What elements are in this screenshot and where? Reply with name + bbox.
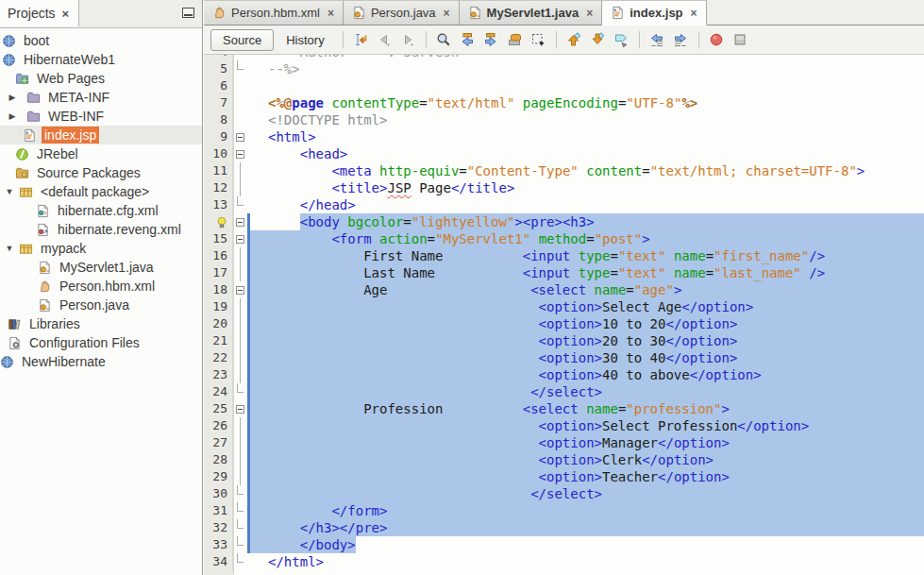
tree-item-mypack[interactable]: ▼mypack: [0, 239, 202, 258]
code-line-17[interactable]: 17 Last Name <input type="text" name="la…: [204, 264, 924, 281]
tree-item-newhibernate[interactable]: NewHibernate: [0, 352, 202, 371]
tree-item-label: Web Pages: [34, 70, 108, 87]
toolbar-separator: [639, 31, 640, 48]
expand-arrow-icon[interactable]: ▼: [5, 187, 14, 196]
start-macro-recording-button[interactable]: [705, 28, 729, 51]
toggle-bookmark-button[interactable]: [610, 28, 633, 51]
code-editor[interactable]: 4 Author : Sarvesh5--%>67<%@page content…: [204, 55, 924, 575]
shift-line-left-button[interactable]: [646, 28, 669, 51]
tree-item-myservlet1-java[interactable]: MyServlet1.java: [0, 258, 202, 277]
tree-item-jrebel[interactable]: JRebel: [0, 144, 202, 163]
code-line-27[interactable]: 27 <option>Manager</option>: [204, 434, 924, 451]
code-line-text: </form>: [247, 502, 924, 519]
code-line-18[interactable]: 18 Age <select name="age">: [204, 281, 924, 298]
tree-item-person-hbm-xml[interactable]: Person.hbm.xml: [0, 277, 202, 296]
code-line-32[interactable]: 32 </h3></pre>: [204, 519, 924, 536]
code-line-20[interactable]: 20 <option>10 to 20</option>: [204, 315, 924, 332]
shift-line-right-button[interactable]: [669, 28, 693, 51]
close-icon[interactable]: ×: [444, 7, 450, 20]
last-edit-location-button[interactable]: [349, 28, 373, 51]
tree-item-person-java[interactable]: Person.java: [0, 296, 202, 314]
tree-item-source-packages[interactable]: Source Packages: [0, 163, 202, 182]
java-file-icon: [38, 298, 52, 313]
close-icon[interactable]: ×: [328, 7, 334, 20]
tree-item-web-inf[interactable]: ▶WEB-INF: [0, 107, 202, 126]
tab-projects[interactable]: Projects ×: [0, 0, 79, 26]
tab-myservlet1-java[interactable]: MyServlet1.java×: [460, 0, 603, 25]
expand-arrow-icon[interactable]: ▶: [8, 93, 17, 102]
fold-marker[interactable]: [233, 213, 247, 230]
code-line-29[interactable]: 29 <option>Teacher</option>: [204, 468, 924, 485]
hint-bulb-icon[interactable]: [204, 213, 233, 230]
hand-file-icon: [212, 6, 227, 20]
code-line-14[interactable]: <body bgcolor="lightyellow"><pre><h3>: [204, 213, 924, 230]
tree-item-meta-inf[interactable]: ▶META-INF: [0, 88, 202, 107]
close-icon[interactable]: ×: [586, 7, 593, 20]
fold-marker[interactable]: [233, 281, 247, 298]
toggle-highlight-button[interactable]: [503, 28, 527, 51]
config-files-icon: [8, 336, 22, 350]
code-line-6[interactable]: 6: [204, 77, 924, 94]
fold-marker[interactable]: [233, 230, 247, 247]
code-line-text: <!DOCTYPE html>: [247, 111, 924, 128]
back-button[interactable]: [373, 28, 396, 51]
code-line-7[interactable]: 7<%@page contentType="text/html" pageEnc…: [204, 94, 924, 111]
tree-item-default-package[interactable]: ▼<default package>: [0, 182, 202, 201]
rectangular-selection-button[interactable]: [527, 28, 550, 51]
tree-item-hibernate-cfg-xml[interactable]: hibernate.cfg.xml: [0, 201, 202, 220]
code-line-26[interactable]: 26 <option>Select Profession</option>: [204, 417, 924, 434]
code-line-34[interactable]: 34</html>: [204, 553, 924, 570]
tree-item-web-pages[interactable]: Web Pages: [0, 69, 202, 88]
code-line-19[interactable]: 19 <option>Select Age</option>: [204, 298, 924, 315]
code-line-10[interactable]: 10 <head>: [204, 145, 924, 162]
code-line-text: <body bgcolor="lightyellow"><pre><h3>: [247, 213, 924, 230]
close-icon[interactable]: ×: [62, 7, 70, 21]
code-line-5[interactable]: 5--%>: [204, 60, 924, 77]
tab-index-jsp[interactable]: index.jsp×: [602, 0, 706, 25]
code-line-15[interactable]: 15 <form action="MyServlet1" method="pos…: [204, 230, 924, 247]
tab-person-java[interactable]: Person.java×: [344, 0, 460, 25]
close-icon[interactable]: ×: [691, 7, 697, 20]
tree-item-libraries[interactable]: Libraries: [0, 314, 202, 333]
expand-arrow-icon[interactable]: ▼: [5, 244, 14, 253]
line-number: 28: [204, 451, 233, 468]
tree-item-label: HibernateWeb1: [21, 51, 118, 68]
tree-item-configuration-files[interactable]: Configuration Files: [0, 333, 202, 352]
forward-button[interactable]: [396, 28, 420, 51]
fold-marker[interactable]: [233, 400, 247, 417]
code-line-text: </html>: [247, 553, 924, 570]
code-line-8[interactable]: 8<!DOCTYPE html>: [204, 111, 924, 128]
code-line-22[interactable]: 22 <option>30 to 40</option>: [204, 349, 924, 366]
tree-item-hibernate-reveng-xml[interactable]: hibernate.reveng.xml: [0, 220, 202, 239]
java-file-icon: [38, 261, 52, 275]
fold-marker[interactable]: [233, 128, 247, 145]
code-line-24[interactable]: 24 </select>: [204, 383, 924, 400]
minimize-panel-button[interactable]: [182, 8, 194, 18]
code-line-12[interactable]: 12 <title>JSP Page</title>: [204, 179, 924, 196]
history-view-button[interactable]: History: [274, 29, 336, 51]
code-line-25[interactable]: 25 Profession <select name="profession">: [204, 400, 924, 417]
find-next-button[interactable]: [479, 28, 503, 51]
tree-item-boot[interactable]: boot: [0, 31, 202, 50]
find-selection-button[interactable]: [432, 28, 456, 51]
code-line-30[interactable]: 30 </select>: [204, 485, 924, 502]
code-line-31[interactable]: 31 </form>: [204, 502, 924, 519]
tree-item-hibernateweb1[interactable]: HibernateWeb1: [0, 50, 202, 69]
fold-marker[interactable]: [233, 145, 247, 162]
code-line-23[interactable]: 23 <option>40 to above</option>: [204, 366, 924, 383]
code-line-16[interactable]: 16 First Name <input type="text" name="f…: [204, 247, 924, 264]
tree-item-index-jsp[interactable]: index.jsp: [0, 126, 202, 144]
tab-person-hbm-xml[interactable]: Person.hbm.xml×: [204, 0, 344, 25]
code-line-11[interactable]: 11 <meta http-equiv="Content-Type" conte…: [204, 162, 924, 179]
previous-bookmark-button[interactable]: [563, 28, 586, 51]
code-line-33[interactable]: 33 </body>: [204, 536, 924, 553]
source-view-button[interactable]: Source: [210, 29, 274, 51]
expand-arrow-icon[interactable]: ▶: [8, 111, 17, 121]
code-line-21[interactable]: 21 <option>20 to 30</option>: [204, 332, 924, 349]
code-line-9[interactable]: 9<html>: [204, 128, 924, 145]
find-previous-button[interactable]: [456, 28, 479, 51]
code-line-13[interactable]: 13 </head>: [204, 196, 924, 213]
stop-macro-recording-button[interactable]: [729, 28, 752, 51]
code-line-28[interactable]: 28 <option>Clerk</option>: [204, 451, 924, 468]
next-bookmark-button[interactable]: [586, 28, 610, 51]
